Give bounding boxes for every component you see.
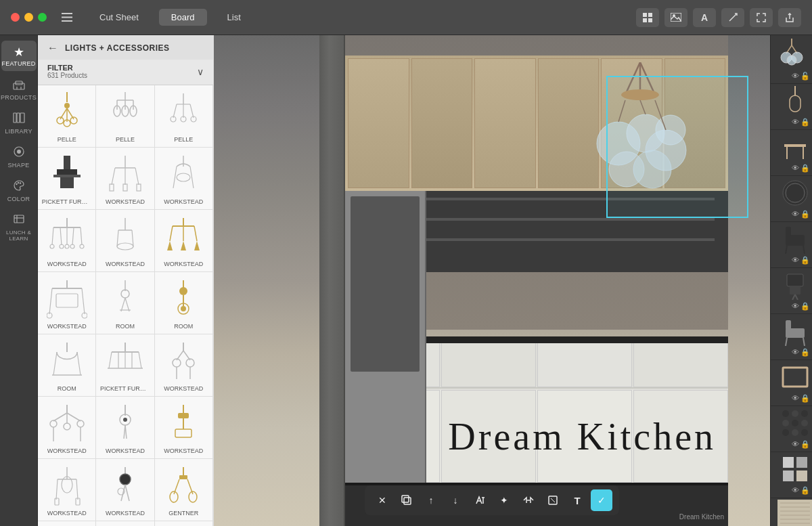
eye-icon[interactable]: 👁: [792, 210, 799, 219]
product-item[interactable]: ROOM: [38, 334, 96, 397]
product-item[interactable]: WORKSTEAD: [38, 272, 96, 334]
back-button[interactable]: ←: [47, 42, 58, 54]
product-thumbnail: [104, 278, 147, 321]
lock-icon[interactable]: 🔒: [800, 394, 810, 403]
product-item[interactable]: fferrone: [38, 521, 96, 526]
svg-line-80: [117, 230, 118, 246]
sidebar-toggle-icon[interactable]: [60, 11, 74, 24]
right-item-icons: 👁 🔓: [789, 70, 812, 82]
product-item[interactable]: PELLE: [96, 85, 154, 148]
eye-icon[interactable]: 👁: [792, 164, 799, 173]
product-item[interactable]: WORKSTEAD: [155, 210, 213, 272]
eye-icon[interactable]: 👁: [792, 348, 799, 357]
eye-icon[interactable]: 👁: [792, 302, 799, 311]
product-item[interactable]: WORKSTEAD: [96, 148, 154, 210]
edit-text-button[interactable]: T: [566, 489, 588, 511]
move-up-button[interactable]: ↑: [420, 489, 442, 511]
eye-icon[interactable]: 👁: [792, 486, 799, 495]
svg-point-227: [801, 410, 808, 417]
svg-point-187: [656, 115, 685, 145]
lock-icon[interactable]: 🔒: [800, 348, 810, 357]
svg-rect-2: [62, 20, 72, 22]
product-item[interactable]: WORKSTEAD: [38, 210, 96, 272]
product-item[interactable]: Pickett Furnit...: [38, 148, 96, 210]
product-item[interactable]: WORKSTEAD: [96, 397, 154, 459]
tab-cutsheet[interactable]: Cut Sheet: [87, 9, 151, 26]
filter-chevron-icon[interactable]: ∨: [197, 66, 204, 77]
products-label: PRODUCTS: [1, 94, 37, 101]
tab-list[interactable]: List: [215, 9, 253, 26]
lock-icon[interactable]: 🔒: [800, 118, 810, 127]
product-item[interactable]: WORKSTEAD: [38, 459, 96, 521]
sidebar-item-products[interactable]: PRODUCTS: [1, 72, 37, 105]
move-down-button[interactable]: ↓: [445, 489, 466, 511]
product-item[interactable]: WORKSTEAD: [96, 210, 154, 272]
sidebar-item-color[interactable]: COLOR: [1, 174, 37, 206]
grid-view-button[interactable]: [636, 8, 659, 27]
product-item[interactable]: WORKSTEAD: [155, 148, 213, 210]
flip-button[interactable]: [518, 489, 539, 511]
canvas-text-container[interactable]: Dream Kitchen: [349, 415, 716, 458]
product-item[interactable]: WORKSTEAD: [155, 334, 213, 397]
sidebar-item-featured[interactable]: ★ FEATURED: [1, 41, 37, 71]
eye-icon[interactable]: 👁: [792, 118, 799, 127]
product-item[interactable]: Pickett Furnit...: [96, 521, 154, 526]
auto-style-button[interactable]: [469, 489, 491, 511]
svg-marker-89: [181, 241, 186, 250]
tab-board[interactable]: Board: [159, 9, 207, 26]
eye-icon[interactable]: 👁: [792, 72, 799, 81]
filter-info: FILTER 631 Products: [47, 64, 87, 79]
draw-button[interactable]: [721, 8, 744, 27]
svg-line-129: [67, 413, 81, 421]
sidebar-item-library[interactable]: LIBRARY: [1, 106, 37, 139]
eye-icon[interactable]: 👁: [792, 256, 799, 265]
confirm-button[interactable]: ✓: [591, 489, 612, 511]
minimize-button[interactable]: [24, 13, 33, 22]
product-name: ROOM: [116, 323, 135, 330]
resize-button[interactable]: [750, 8, 773, 27]
product-thumbnail: [45, 153, 89, 196]
lock-icon[interactable]: 🔒: [800, 210, 810, 219]
svg-line-63: [173, 167, 177, 188]
product-item[interactable]: ROOM: [155, 521, 213, 526]
product-item[interactable]: WORKSTEAD: [38, 397, 96, 459]
image-button[interactable]: [664, 8, 687, 27]
maximize-button[interactable]: [38, 13, 47, 22]
cancel-text-button[interactable]: ✕: [371, 489, 393, 511]
product-item[interactable]: PELLE: [155, 85, 213, 148]
svg-rect-1: [62, 17, 72, 18]
eye-icon[interactable]: 👁: [792, 394, 799, 403]
lock-icon[interactable]: 🔒: [800, 256, 810, 265]
product-thumbnail: [104, 464, 147, 508]
product-item[interactable]: WORKSTEAD: [96, 459, 154, 521]
svg-line-46: [190, 104, 194, 118]
sidebar-item-shape[interactable]: SHAPE: [1, 140, 37, 173]
product-item[interactable]: Pickett Furnit...: [96, 334, 154, 397]
sparkle-button[interactable]: ✦: [493, 489, 515, 511]
product-item[interactable]: PELLE: [38, 85, 96, 148]
lock-icon[interactable]: 🔒: [800, 440, 810, 449]
lock-icon[interactable]: 🔒: [800, 486, 810, 495]
duplicate-button[interactable]: [396, 489, 418, 511]
text-button[interactable]: A: [693, 8, 716, 27]
share-button[interactable]: [778, 8, 801, 27]
close-button[interactable]: [11, 13, 20, 22]
product-name: WORKSTEAD: [106, 261, 145, 267]
lock-icon[interactable]: 🔓: [800, 72, 810, 81]
lock-icon[interactable]: 🔒: [800, 164, 810, 173]
svg-point-181: [621, 89, 659, 100]
product-item[interactable]: ROOM: [96, 272, 154, 334]
eye-icon[interactable]: 👁: [792, 440, 799, 449]
product-item[interactable]: gentner: [155, 459, 213, 521]
canvas-area[interactable]: Dream Kitchen Dream Kitchen ✕ ↑ ↓ ✦ T ✓: [214, 35, 770, 526]
titlebar: Cut Sheet Board List A: [0, 0, 812, 35]
svg-rect-3: [643, 13, 647, 17]
svg-line-87: [194, 226, 197, 241]
product-name: WORKSTEAD: [47, 323, 87, 330]
svg-line-156: [125, 485, 129, 501]
product-item[interactable]: WORKSTEAD: [155, 397, 213, 459]
crop-button[interactable]: [542, 489, 564, 511]
lock-icon[interactable]: 🔒: [800, 302, 810, 311]
product-item[interactable]: ROOM: [155, 272, 213, 334]
sidebar-item-lunch[interactable]: LUNCH & LEARN: [1, 208, 37, 246]
